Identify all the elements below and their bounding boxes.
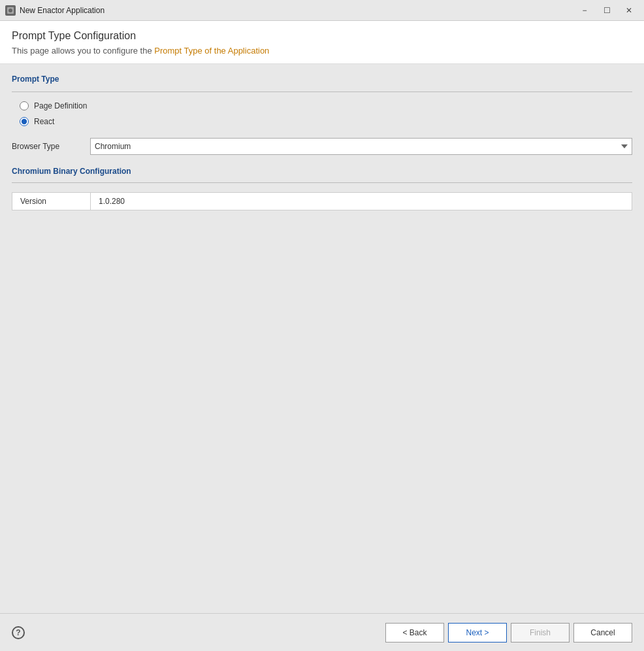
finish-button[interactable]: Finish bbox=[511, 623, 570, 643]
chromium-config-label: Chromium Binary Configuration bbox=[12, 167, 632, 176]
prompt-type-radio-group: Page Definition React bbox=[20, 101, 632, 126]
subtitle-prefix: This page allows you to configure the bbox=[12, 46, 154, 56]
title-bar: New Enactor Application − ☐ ✕ bbox=[0, 0, 644, 21]
minimize-button[interactable]: − bbox=[575, 3, 594, 18]
browser-type-label: Browser Type bbox=[12, 142, 90, 151]
chromium-separator bbox=[12, 182, 632, 183]
radio-item-page-definition[interactable]: Page Definition bbox=[20, 101, 632, 110]
radio-label-react: React bbox=[34, 117, 54, 126]
help-button[interactable]: ? bbox=[12, 626, 25, 639]
browser-type-row: Browser Type Chromium Default bbox=[12, 138, 632, 155]
restore-button[interactable]: ☐ bbox=[597, 3, 617, 18]
section-separator bbox=[12, 92, 632, 92]
footer: ? < Back Next > Finish Cancel bbox=[0, 613, 644, 651]
radio-item-react[interactable]: React bbox=[20, 117, 632, 126]
browser-type-select[interactable]: Chromium Default bbox=[90, 138, 632, 155]
close-button[interactable]: ✕ bbox=[619, 3, 639, 18]
app-icon bbox=[5, 5, 16, 16]
main-content: Prompt Type Page Definition React Browse… bbox=[0, 64, 644, 613]
radio-page-definition[interactable] bbox=[20, 101, 29, 110]
prompt-type-section-label: Prompt Type bbox=[12, 75, 632, 84]
version-row: Version 1.0.280 bbox=[12, 192, 632, 210]
chromium-config-section: Chromium Binary Configuration Version 1.… bbox=[12, 167, 632, 210]
page-header: Prompt Type Configuration This page allo… bbox=[0, 21, 644, 64]
cancel-button[interactable]: Cancel bbox=[573, 623, 632, 643]
next-button[interactable]: Next > bbox=[448, 623, 507, 643]
window-title: New Enactor Application bbox=[20, 6, 575, 15]
svg-point-1 bbox=[8, 8, 12, 12]
footer-buttons: < Back Next > Finish Cancel bbox=[385, 623, 632, 643]
radio-react[interactable] bbox=[20, 117, 29, 126]
radio-label-page-definition: Page Definition bbox=[34, 101, 87, 110]
version-label: Version bbox=[12, 193, 91, 210]
window-controls: − ☐ ✕ bbox=[575, 3, 639, 18]
page-title: Prompt Type Configuration bbox=[12, 30, 632, 42]
page-subtitle: This page allows you to configure the Pr… bbox=[12, 46, 632, 56]
subtitle-highlight: Prompt Type of the Application bbox=[154, 46, 269, 56]
back-button[interactable]: < Back bbox=[385, 623, 444, 643]
footer-left: ? bbox=[12, 626, 385, 639]
version-value: 1.0.280 bbox=[91, 193, 632, 210]
browser-type-control: Chromium Default bbox=[90, 138, 632, 155]
